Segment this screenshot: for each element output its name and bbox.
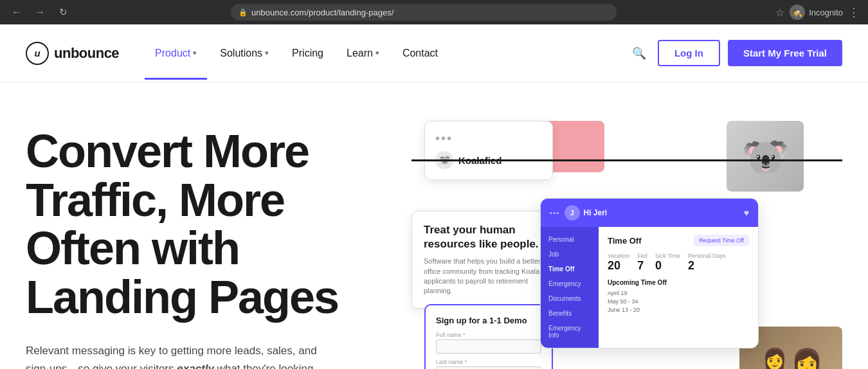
timeoff-stats: Vacation 20 Fed 7 Sick Time 0 Personal [608,253,749,273]
personaldays-value: 2 [688,259,694,272]
firstname-input[interactable] [436,339,541,354]
personaldays-stat: Personal Days 2 [688,253,726,273]
nav-learn[interactable]: Learn ▾ [336,42,390,64]
koala-image: 🐨 [727,121,804,192]
timeoff-dots: ••• [550,210,561,217]
hr-card-title: Treat your human resources like people. [424,223,554,251]
sicktime-label: Sick Time [655,253,680,259]
address-bar[interactable]: 🔒 unbounce.com/product/landing-pages/ [231,4,617,21]
reload-button[interactable]: ↻ [54,3,72,21]
sidebar-job[interactable]: Job [541,247,599,262]
fed-label: Fed [637,253,647,259]
bookmark-icon[interactable]: ☆ [775,6,784,19]
koalafied-card: ••• 🐨 Koalafied [424,121,553,180]
hr-card-subtitle: Software that helps you build a better o… [424,256,554,296]
browser-actions: ☆ 🕵 Incognito ⋮ [775,4,860,20]
hero-visuals: ••• 🐨 Koalafied 🐨 Treat your human resou… [411,121,842,369]
nav-actions: 🔍 Log In Start My Free Trial [628,40,842,66]
demo-field-lastname: Last name * [436,359,541,369]
timeoff-content: Time Off Request Time Off Vacation 20 Fe… [599,227,758,348]
personaldays-label: Personal Days [688,253,726,259]
incognito-label: Incognito [809,8,843,17]
timeoff-heart-icon: ♥ [744,208,749,218]
url-text: unbounce.com/product/landing-pages/ [251,8,393,17]
nav-pricing[interactable]: Pricing [282,42,334,64]
top-bar [411,159,842,161]
hero-subtext: Relevant messaging is key to getting mor… [26,342,321,369]
trial-button[interactable]: Start My Free Trial [728,40,842,66]
main-nav: Product ▾ Solutions ▾ Pricing Learn ▾ Co… [145,42,628,64]
sidebar-emergency-info[interactable]: Emergency Info [541,321,599,343]
browser-chrome: ← → ↻ 🔒 unbounce.com/product/landing-pag… [0,0,868,24]
incognito-icon: 🕵 [790,4,805,20]
sidebar-emergency[interactable]: Emergency [541,276,599,291]
lastname-input[interactable] [436,366,541,369]
incognito-button[interactable]: 🕵 Incognito [790,4,843,20]
timeoff-content-header: Time Off Request Time Off [608,235,749,246]
sidebar-documents[interactable]: Documents [541,291,599,306]
search-button[interactable]: 🔍 [628,42,650,64]
sidebar-benefits[interactable]: Benefits [541,306,599,321]
fed-stat: Fed 7 [637,253,647,273]
upcoming-item-2: May 50 - 34 [608,298,749,305]
solutions-chevron-icon: ▾ [265,49,269,57]
timeoff-avatar: J [565,205,580,221]
timeoff-card: ••• J Hi Jeri ♥ Personal Job Time Off Em… [540,198,759,348]
timeoff-header: ••• J Hi Jeri ♥ [541,199,758,227]
back-button[interactable]: ← [8,3,26,21]
lastname-label: Last name * [436,359,541,365]
logo-icon: u [26,42,49,65]
product-chevron-icon: ▾ [193,49,197,57]
logo-text: unbounce [54,45,119,62]
card-dots: ••• [435,132,542,145]
request-timeoff-button[interactable]: Request Time Off [694,235,749,246]
sidebar-personal[interactable]: Personal [541,232,599,247]
timeoff-name: Hi Jeri [584,208,740,217]
lock-icon: 🔒 [239,8,248,17]
fed-value: 7 [637,259,644,272]
learn-chevron-icon: ▾ [375,49,379,57]
sidebar-timeoff[interactable]: Time Off [541,262,599,276]
nav-product[interactable]: Product ▾ [145,42,207,64]
site-header: u unbounce Product ▾ Solutions ▾ Pricing… [0,24,868,82]
sicktime-value: 0 [655,259,662,272]
demo-title: Sign up for a 1-1 Demo [436,316,541,325]
timeoff-title: Time Off [608,236,642,246]
hero-text: Convert More Traffic, More Often with La… [26,121,386,369]
firstname-label: Full name * [436,332,541,338]
hero-section: Convert More Traffic, More Often with La… [0,82,868,369]
sicktime-stat: Sick Time 0 [655,253,680,273]
demo-field-firstname: Full name * [436,332,541,354]
menu-icon[interactable]: ⋮ [848,5,860,19]
forward-button[interactable]: → [31,3,49,21]
vacation-label: Vacation [608,253,629,259]
nav-contact[interactable]: Contact [392,42,448,64]
nav-solutions[interactable]: Solutions ▾ [210,42,279,64]
vacation-stat: Vacation 20 [608,253,629,273]
upcoming-item-3: June 13 - 20 [608,307,749,313]
upcoming-title: Upcoming Time Off [608,279,749,286]
upcoming-item-1: April 19 [608,290,749,296]
timeoff-sidebar: Personal Job Time Off Emergency Document… [541,227,599,348]
vacation-value: 20 [608,259,620,272]
login-button[interactable]: Log In [658,40,720,66]
logo[interactable]: u unbounce [26,42,119,65]
timeoff-body: Personal Job Time Off Emergency Document… [541,227,758,348]
hero-headline: Convert More Traffic, More Often with La… [26,127,386,321]
demo-card: Sign up for a 1-1 Demo Full name * Last … [424,304,553,369]
